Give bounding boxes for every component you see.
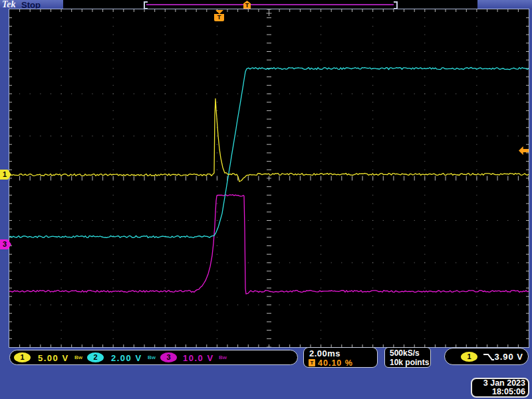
bandwidth-icon: Bw <box>148 354 156 360</box>
acquisition-readout: 500kS/s 10k points <box>384 347 431 368</box>
channel-readouts: 1 5.00 V Bw 2 2.00 V Bw 3 10.0 V Bw <box>9 350 298 365</box>
header-bar: Tek Stop T <box>0 0 532 9</box>
bandwidth-icon: Bw <box>219 354 227 360</box>
channel-1-scale: 5.00 V <box>38 353 69 363</box>
trigger-t-badge: T <box>309 359 315 366</box>
channel-3-badge: 3 <box>160 352 177 362</box>
datetime-box: 3 Jan 2023 18:05:06 <box>471 378 529 398</box>
time-text: 18:05:06 <box>475 388 525 396</box>
sample-rate: 500kS/s <box>390 348 430 358</box>
channel-2-scale: 2.00 V <box>111 353 142 363</box>
trigger-source-badge: 1 <box>461 352 477 362</box>
falling-edge-icon <box>483 352 495 361</box>
trigger-readout: 1 3.90 V <box>444 348 529 365</box>
trigger-level: 3.90 V <box>494 352 523 362</box>
bandwidth-icon: Bw <box>74 354 82 360</box>
trigger-position-flag[interactable]: T <box>214 10 224 21</box>
record-bar: T <box>63 0 477 9</box>
waveform-plot <box>9 9 529 347</box>
timebase-readout: 2.00ms T 40.10 % <box>303 347 378 368</box>
trace-ch3 <box>9 195 529 294</box>
channel-2-badge: 2 <box>87 352 104 362</box>
oscilloscope-screen: Tek Stop T T 1 3 1 5.00 V Bw 2 2.00 V Bw… <box>0 0 532 399</box>
trace-ch1 <box>9 98 529 182</box>
channel-1-badge: 1 <box>14 352 31 362</box>
record-trigger-marker[interactable]: T <box>243 1 251 9</box>
trigger-flag-label: T <box>214 14 224 21</box>
trigger-position-percent: 40.10 % <box>318 358 353 368</box>
record-window-line <box>146 4 394 5</box>
timebase-scale: 2.00ms <box>309 348 340 358</box>
channel-3-scale: 10.0 V <box>183 353 214 363</box>
record-length: 10k points <box>390 358 430 367</box>
waveform-display <box>9 9 529 348</box>
